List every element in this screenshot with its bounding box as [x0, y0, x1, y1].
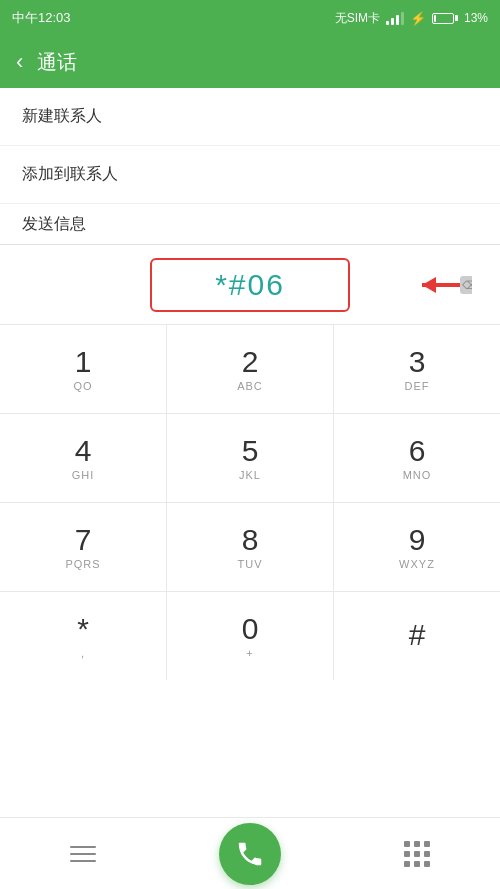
battery-icon: [432, 13, 458, 24]
add-to-contact-label: 添加到联系人: [22, 164, 118, 185]
back-button[interactable]: ‹: [16, 49, 23, 75]
key-hash-number: #: [409, 620, 426, 650]
signal-icon: [386, 11, 404, 25]
time-label: 中午12:03: [12, 9, 71, 27]
backspace-button[interactable]: ⌫: [402, 273, 472, 297]
key-7-number: 7: [75, 525, 92, 555]
battery-label: 13%: [464, 11, 488, 25]
key-3[interactable]: 3 DEF: [334, 325, 500, 413]
key-9-number: 9: [409, 525, 426, 555]
key-3-number: 3: [409, 347, 426, 377]
menu-item-add-to-contact[interactable]: 添加到联系人: [0, 146, 500, 204]
lightning-icon: ⚡: [410, 11, 426, 26]
no-sim-label: 无SIM卡: [335, 10, 380, 27]
menu-section: 新建联系人 添加到联系人 发送信息: [0, 88, 500, 245]
menu-item-new-contact[interactable]: 新建联系人: [0, 88, 500, 146]
key-1-letters: QO: [73, 380, 92, 392]
send-message-label: 发送信息: [22, 214, 86, 235]
key-4[interactable]: 4 GHI: [0, 414, 167, 502]
key-2[interactable]: 2 ABC: [167, 325, 334, 413]
call-button[interactable]: [219, 823, 281, 885]
keypad-row-2: 4 GHI 5 JKL 6 MNO: [0, 414, 500, 503]
keypad-row-1: 1 QO 2 ABC 3 DEF: [0, 325, 500, 414]
key-6-number: 6: [409, 436, 426, 466]
page-title: 通话: [37, 49, 77, 76]
key-1[interactable]: 1 QO: [0, 325, 167, 413]
key-8[interactable]: 8 TUV: [167, 503, 334, 591]
key-9[interactable]: 9 WXYZ: [334, 503, 500, 591]
key-6[interactable]: 6 MNO: [334, 414, 500, 502]
key-9-letters: WXYZ: [399, 558, 435, 570]
key-4-letters: GHI: [72, 469, 95, 481]
key-2-number: 2: [242, 347, 259, 377]
key-star-letters: ,: [81, 647, 85, 659]
menu-item-send-message[interactable]: 发送信息: [0, 204, 500, 244]
key-6-letters: MNO: [403, 469, 432, 481]
key-0[interactable]: 0 +: [167, 592, 334, 680]
key-7-letters: PQRS: [65, 558, 100, 570]
key-4-number: 4: [75, 436, 92, 466]
hamburger-icon: [70, 846, 96, 862]
bottom-bar: [0, 817, 500, 889]
grid-icon: [404, 841, 430, 867]
key-0-number: 0: [242, 614, 259, 644]
dialer-input-text: *#06: [215, 268, 285, 301]
contacts-grid-button[interactable]: [387, 824, 447, 884]
key-8-number: 8: [242, 525, 259, 555]
new-contact-label: 新建联系人: [22, 106, 102, 127]
key-0-letters: +: [246, 647, 253, 659]
key-star-number: *: [77, 614, 89, 644]
keypad-row-4: * , 0 + #: [0, 592, 500, 680]
key-8-letters: TUV: [238, 558, 263, 570]
key-5-letters: JKL: [239, 469, 261, 481]
status-time: 中午12:03: [12, 9, 71, 27]
menu-button[interactable]: [53, 824, 113, 884]
status-icons: 无SIM卡 ⚡ 13%: [335, 10, 488, 27]
key-3-letters: DEF: [405, 380, 430, 392]
dialer-input-box: *#06: [150, 258, 350, 312]
key-hash[interactable]: #: [334, 592, 500, 680]
key-2-letters: ABC: [237, 380, 263, 392]
backspace-arrow-icon: ⌫: [402, 273, 472, 297]
key-5[interactable]: 5 JKL: [167, 414, 334, 502]
key-5-number: 5: [242, 436, 259, 466]
svg-marker-1: [422, 277, 436, 293]
svg-text:⌫: ⌫: [462, 279, 472, 291]
dialer-display: *#06 ⌫: [0, 245, 500, 325]
key-star[interactable]: * ,: [0, 592, 167, 680]
keypad: 1 QO 2 ABC 3 DEF 4 GHI 5 JKL 6 MNO 7 PQR…: [0, 325, 500, 680]
keypad-row-3: 7 PQRS 8 TUV 9 WXYZ: [0, 503, 500, 592]
phone-icon: [235, 839, 265, 869]
status-bar: 中午12:03 无SIM卡 ⚡ 13%: [0, 0, 500, 36]
key-1-number: 1: [75, 347, 92, 377]
key-7[interactable]: 7 PQRS: [0, 503, 167, 591]
top-bar: ‹ 通话: [0, 36, 500, 88]
